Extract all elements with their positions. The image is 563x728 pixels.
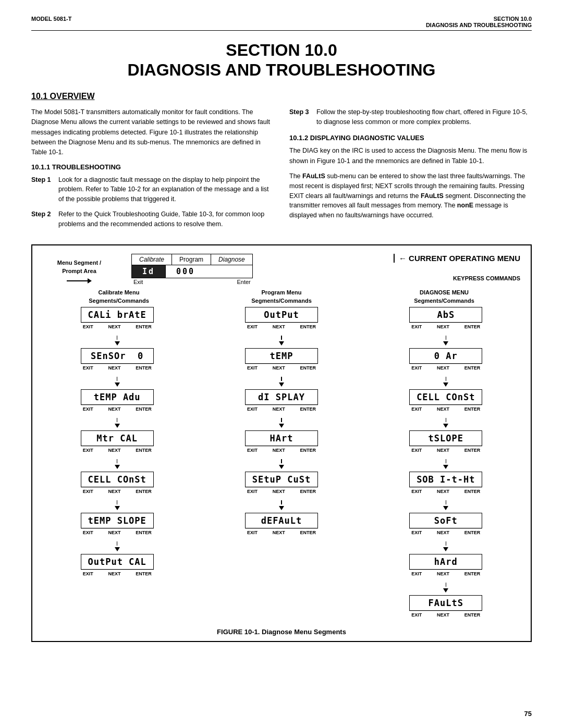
program-col: OutPut EXITNEXTENTER tEMP EXITNEXTENTER bbox=[202, 307, 361, 623]
section-10-1-2-title: 10.1.2 DISPLAYING DIAGNOSTIC VALUES bbox=[289, 134, 532, 142]
menu-tabs: Calibrate Program Diagnose bbox=[131, 254, 253, 265]
overview-body: The Model 5081-T transmitters automatica… bbox=[31, 107, 274, 158]
seg-soft: SoFt EXITNEXTENTER bbox=[409, 513, 482, 536]
seg-hart: HArt EXITNEXTENTER bbox=[245, 430, 318, 454]
header-left: MODEL 5081-T bbox=[31, 16, 71, 28]
step-1: Step 1 Look for a diagnostic fault messa… bbox=[31, 175, 274, 204]
segments-columns: CALi brAtE EXITNEXTENTER SEnSOr 0 EXITNE… bbox=[38, 307, 525, 623]
tab-program: Program bbox=[172, 254, 211, 265]
overview-right: Step 3 Follow the step-by-step troublesh… bbox=[289, 107, 532, 235]
menu-segment-label: Menu Segment /Prompt Area bbox=[57, 259, 101, 275]
troubleshooting-steps: Step 1 Look for a diagnostic fault messa… bbox=[31, 175, 274, 229]
keypress-label: KEYPRESS COMMANDS bbox=[253, 275, 520, 281]
menu-segment-label-block: Menu Segment /Prompt Area bbox=[38, 259, 121, 283]
seg-display: dI SPLAY EXITNEXTENTER bbox=[245, 389, 318, 413]
seg-temp-adu: tEMP Adu EXITNEXTENTER bbox=[81, 389, 154, 413]
current-op-menu-label: ← CURRENT OPERATING MENU bbox=[394, 254, 520, 263]
page-number: 75 bbox=[524, 710, 532, 718]
page: MODEL 5081-T SECTION 10.0 DIAGNOSIS AND … bbox=[0, 0, 563, 728]
diagnose-menu-title: DIAGNOSE MENUSegments/Commands bbox=[363, 289, 525, 305]
section-10-1: 10.1 OVERVIEW The Model 5081-T transmitt… bbox=[31, 92, 532, 235]
seg-cell-const-diag: CELL COnSt EXITNEXTENTER bbox=[409, 389, 482, 413]
program-menu-title: Program MenuSegments/Commands bbox=[200, 289, 363, 305]
step3-label: Step 3 bbox=[289, 107, 312, 127]
seg-setup-cust: SEtuP CuSt EXITNEXTENTER bbox=[245, 472, 318, 495]
diagram-box: Menu Segment /Prompt Area Calibrate Prog… bbox=[31, 244, 532, 642]
display-id: Id bbox=[132, 265, 165, 278]
menu-display-row: Id 000 bbox=[131, 265, 253, 278]
step2-text: Refer to the Quick Troubleshooting Guide… bbox=[58, 209, 274, 229]
seg-0-ar: 0 Ar EXITNEXTENTER bbox=[409, 348, 482, 372]
seg-sensor: SEnSOr 0 EXITNEXTENTER bbox=[81, 348, 154, 372]
seg-temp: tEMP EXITNEXTENTER bbox=[245, 348, 318, 372]
tab-calibrate: Calibrate bbox=[132, 254, 172, 265]
step-2: Step 2 Refer to the Quick Troubleshootin… bbox=[31, 209, 274, 229]
diag-body1: The DIAG key on the IRC is used to acces… bbox=[289, 146, 532, 166]
seg-sob-i-t-ht: SOB I-t-Ht EXITNEXTENTER bbox=[409, 472, 482, 495]
step1-text: Look for a diagnostic fault message on t… bbox=[58, 175, 274, 204]
calibrate-menu-title: Calibrate MenuSegments/Commands bbox=[38, 289, 200, 305]
step2-label: Step 2 bbox=[31, 209, 54, 229]
seg-output: OutPut EXITNEXTENTER bbox=[245, 307, 318, 330]
step1-label: Step 1 bbox=[31, 175, 54, 204]
exit-label: Exit bbox=[133, 279, 143, 285]
header-right: SECTION 10.0 DIAGNOSIS AND TROUBLESHOOTI… bbox=[426, 16, 532, 28]
menu-tabs-display: Calibrate Program Diagnose Id 000 Exit E… bbox=[131, 254, 253, 286]
exit-enter-labels: Exit Enter bbox=[131, 278, 253, 286]
seg-faults: FAuLtS EXITNEXTENTER bbox=[409, 595, 482, 619]
seg-abs: AbS EXITNEXTENTER bbox=[409, 307, 482, 330]
col-headers: Calibrate MenuSegments/Commands Program … bbox=[38, 289, 525, 305]
page-header: MODEL 5081-T SECTION 10.0 DIAGNOSIS AND … bbox=[31, 16, 532, 31]
figure-caption: FIGURE 10-1. Diagnose Menu Segments bbox=[38, 628, 525, 636]
overview-two-col: The Model 5081-T transmitters automatica… bbox=[31, 107, 532, 235]
seg-hard: hArd EXITNEXTENTER bbox=[409, 554, 482, 577]
section-10-1-1-title: 10.1.1 TROUBLESHOOTING bbox=[31, 163, 274, 171]
seg-tslope: tSLOPE EXITNEXTENTER bbox=[409, 430, 482, 454]
seg-mtr-cal: Mtr CAL EXITNEXTENTER bbox=[81, 430, 154, 454]
seg-cell-const-cal: CELL COnSt EXITNEXTENTER bbox=[81, 472, 154, 495]
calibrate-col: CALi brAtE EXITNEXTENTER SEnSOr 0 EXITNE… bbox=[38, 307, 197, 623]
step3-text: Follow the step-by-step troubleshooting … bbox=[316, 107, 532, 127]
step-3: Step 3 Follow the step-by-step troublesh… bbox=[289, 107, 532, 127]
main-title-block: SECTION 10.0 DIAGNOSIS AND TROUBLESHOOTI… bbox=[31, 40, 532, 80]
display-000: 000 bbox=[165, 265, 205, 278]
section-10-1-title: 10.1 OVERVIEW bbox=[31, 92, 532, 101]
seg-temp-slope: tEMP SLOPE EXITNEXTENTER bbox=[81, 513, 154, 536]
seg-default: dEFAuLt EXITNEXTENTER bbox=[245, 513, 318, 536]
right-labels: ← CURRENT OPERATING MENU KEYPRESS COMMAN… bbox=[253, 254, 525, 281]
diag-body2: The FAuLtS sub-menu can be entered to sh… bbox=[289, 171, 532, 220]
tab-diagnose: Diagnose bbox=[211, 254, 252, 265]
diagnose-col: AbS EXITNEXTENTER 0 Ar EXITNEXTENTER bbox=[366, 307, 525, 623]
seg-output-cal: OutPut CAL EXITNEXTENTER bbox=[81, 554, 154, 577]
overview-left: The Model 5081-T transmitters automatica… bbox=[31, 107, 274, 235]
enter-label: Enter bbox=[237, 279, 250, 285]
seg-cali-brate: CALi brAtE EXITNEXTENTER bbox=[81, 307, 154, 330]
page-title: SECTION 10.0 DIAGNOSIS AND TROUBLESHOOTI… bbox=[31, 40, 532, 80]
